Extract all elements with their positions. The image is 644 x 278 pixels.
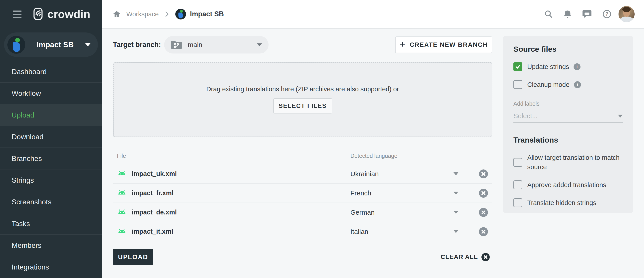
search-icon[interactable] xyxy=(544,10,553,18)
app-window: crowdin Impact SB Dashboard Workflow Upl… xyxy=(0,0,644,278)
sidebar-item-tasks[interactable]: Tasks xyxy=(0,213,102,234)
plus-icon: + xyxy=(400,39,406,50)
branch-row: Target branch: main xyxy=(113,36,492,54)
messages-icon[interactable] xyxy=(582,10,592,18)
file-cell: impact_fr.xml xyxy=(113,189,350,197)
chevron-down-icon xyxy=(454,192,458,194)
android-icon xyxy=(117,190,127,196)
column-header-file: File xyxy=(113,153,350,159)
chevron-down-icon xyxy=(454,172,458,175)
remove-file-button[interactable] xyxy=(479,189,488,198)
add-labels-label: Add labels xyxy=(514,101,623,107)
crowdin-logo-text: crowdin xyxy=(48,8,90,21)
select-files-button[interactable]: SELECT FILES xyxy=(273,98,332,114)
labels-select[interactable]: Select... xyxy=(514,110,623,123)
crowdin-logo[interactable]: crowdin xyxy=(32,8,90,21)
project-selector[interactable]: Impact SB xyxy=(4,33,98,57)
notifications-bell-icon[interactable] xyxy=(564,10,572,18)
sidebar-item-upload[interactable]: Upload xyxy=(0,104,102,126)
language-select[interactable]: Italian xyxy=(350,228,479,235)
file-name: impact_uk.xml xyxy=(132,170,177,177)
breadcrumb-workspace[interactable]: Workspace xyxy=(126,11,159,18)
sidebar-item-strings[interactable]: Strings xyxy=(0,169,102,191)
approve-added-option: Approve added translations xyxy=(514,180,623,190)
branch-select[interactable]: main xyxy=(164,36,268,54)
file-name: impact_fr.xml xyxy=(132,189,174,197)
actions-row: UPLOAD CLEAR ALL xyxy=(113,249,492,265)
sidebar-nav: Dashboard Workflow Upload Download Branc… xyxy=(0,61,102,278)
cleanup-mode-label: Cleanup mode xyxy=(527,80,570,89)
breadcrumb-project-avatar xyxy=(175,9,186,20)
file-name: impact_de.xml xyxy=(132,209,177,216)
sidebar-item-branches[interactable]: Branches xyxy=(0,148,102,169)
language-select[interactable]: German xyxy=(350,209,479,216)
labels-select-placeholder: Select... xyxy=(514,112,538,120)
chevron-down-icon xyxy=(618,115,623,118)
sidebar-item-screenshots[interactable]: Screenshots xyxy=(0,191,102,213)
sidebar-item-integrations[interactable]: Integrations xyxy=(0,256,102,278)
language-value: Ukrainian xyxy=(350,170,379,178)
sidebar-item-members[interactable]: Members xyxy=(0,234,102,256)
branch-folder-icon xyxy=(170,40,183,50)
cleanup-mode-checkbox[interactable] xyxy=(514,80,522,89)
project-avatar xyxy=(8,36,25,54)
language-select[interactable]: French xyxy=(350,189,479,197)
approve-added-checkbox[interactable] xyxy=(514,180,522,189)
language-select[interactable]: Ukrainian xyxy=(350,170,479,178)
sidebar-item-download[interactable]: Download xyxy=(0,126,102,148)
clear-all-x-icon xyxy=(482,253,490,261)
update-strings-label: Update strings xyxy=(527,62,569,71)
android-icon xyxy=(117,228,127,235)
file-name: impact_it.xml xyxy=(132,228,173,235)
android-icon xyxy=(117,171,127,177)
remove-file-button[interactable] xyxy=(479,227,488,236)
uploaded-files-table: File Detected language impact_uk.xml Ukr… xyxy=(113,148,492,241)
table-row: impact_de.xml German xyxy=(113,203,492,222)
content: Target branch: main xyxy=(102,29,644,278)
table-row: impact_fr.xml French xyxy=(113,184,492,203)
chevron-right-icon xyxy=(165,11,169,17)
column-header-language: Detected language xyxy=(350,153,492,159)
crowdin-logo-icon xyxy=(32,8,44,21)
chevron-down-icon xyxy=(257,44,262,46)
file-dropzone[interactable]: Drag existing translations here (ZIP arc… xyxy=(113,62,492,137)
update-strings-checkbox[interactable] xyxy=(514,62,522,71)
sidebar-item-workflow[interactable]: Workflow xyxy=(0,83,102,104)
chevron-down-icon xyxy=(454,230,458,233)
clear-all-button[interactable]: CLEAR ALL xyxy=(440,253,490,261)
branch-select-value: main xyxy=(188,41,202,49)
remove-file-button[interactable] xyxy=(479,169,488,178)
language-value: German xyxy=(350,209,374,216)
translate-hidden-checkbox[interactable] xyxy=(514,198,522,207)
create-new-branch-button[interactable]: + CREATE NEW BRANCH xyxy=(395,37,492,53)
allow-match-source-checkbox[interactable] xyxy=(514,158,522,167)
source-files-title: Source files xyxy=(514,45,623,54)
chevron-down-icon xyxy=(454,211,458,214)
sidebar-top: crowdin xyxy=(0,0,102,29)
upload-button[interactable]: UPLOAD xyxy=(113,249,153,265)
breadcrumb-project[interactable]: Impact SB xyxy=(190,10,224,18)
file-cell: impact_it.xml xyxy=(113,228,350,235)
target-branch-label: Target branch: xyxy=(113,41,161,49)
info-icon[interactable]: i xyxy=(574,63,580,70)
allow-match-source-option: Allow target translation to match source xyxy=(514,153,623,172)
svg-text:?: ? xyxy=(605,11,608,17)
approve-added-label: Approve added translations xyxy=(527,180,606,190)
help-icon[interactable]: ? xyxy=(602,10,611,19)
info-icon[interactable]: i xyxy=(574,81,581,88)
table-header: File Detected language xyxy=(113,148,492,164)
translate-hidden-label: Translate hidden strings xyxy=(527,198,596,207)
remove-file-button[interactable] xyxy=(479,208,488,217)
language-value: Italian xyxy=(350,228,368,235)
user-avatar[interactable] xyxy=(618,6,634,22)
topbar: Workspace Impact SB ? xyxy=(102,0,644,29)
chevron-down-icon xyxy=(85,43,91,46)
hamburger-menu-icon[interactable] xyxy=(13,11,22,18)
file-cell: impact_uk.xml xyxy=(113,170,350,177)
android-icon xyxy=(117,209,127,215)
sidebar-item-dashboard[interactable]: Dashboard xyxy=(0,61,102,83)
translations-title: Translations xyxy=(514,136,623,144)
home-icon[interactable] xyxy=(113,11,120,18)
language-value: French xyxy=(350,189,371,197)
topbar-icons: ? xyxy=(544,10,611,19)
